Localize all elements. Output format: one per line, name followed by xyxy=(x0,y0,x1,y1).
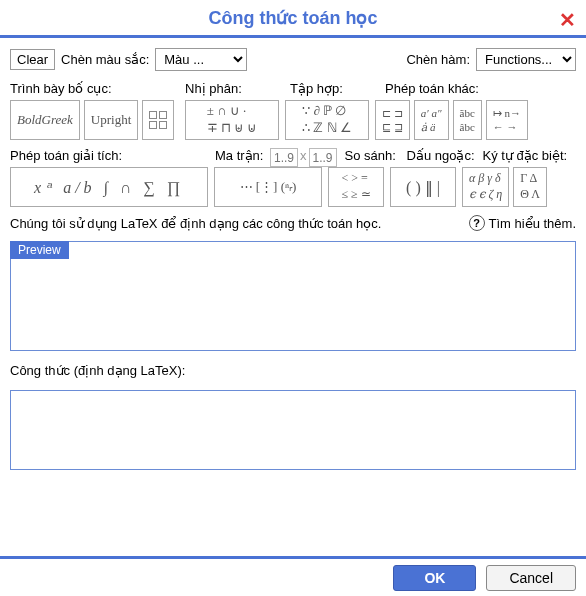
section-brackets-label: Dấu ngoặc: xyxy=(407,148,483,163)
palette-other-2[interactable]: a′ a″ ȧ ä xyxy=(414,100,449,140)
section-compare-label: So sánh: xyxy=(345,148,407,163)
section-special-label: Ký tự đặc biệt: xyxy=(483,148,568,163)
learn-more-link[interactable]: ? Tìm hiểu thêm. xyxy=(469,215,576,231)
dialog-header: Công thức toán học ✕ xyxy=(0,0,586,38)
section-matrix-label: Ma trận: xyxy=(215,148,270,163)
dialog-content: Clear Chèn màu sắc: Màu ... Chèn hàm: Fu… xyxy=(0,38,586,483)
formula-label: Công thức (định dạng LaTeX): xyxy=(10,363,576,378)
matrix-x-label: x xyxy=(298,148,309,167)
matrix-cols-input[interactable] xyxy=(309,148,337,167)
palette-calculus[interactable]: xᵃ a/b ∫ ∩ ∑ ∏ xyxy=(10,167,208,207)
grid-icon xyxy=(149,111,167,129)
palette-compare[interactable]: < > = ≤ ≥ ≃ xyxy=(328,167,384,207)
palette-matrix[interactable]: ⋯ [⋮] (ⁿᵣ) xyxy=(214,167,322,207)
palette-grid[interactable] xyxy=(142,100,174,140)
palette-other-1[interactable]: ⊏ ⊐ ⊑ ⊒ xyxy=(375,100,410,140)
dialog-title: Công thức toán học xyxy=(209,7,378,29)
insert-color-label: Chèn màu sắc: xyxy=(61,52,149,67)
palette-binary[interactable]: ± ∩ ∪ · ∓ ⊓ ⊎ ⊍ xyxy=(185,100,279,140)
section-otherops-label: Phép toán khác: xyxy=(385,81,479,96)
help-icon: ? xyxy=(469,215,485,231)
palette-greek-lower[interactable]: α β γ δ ϵ ϵ ζ η xyxy=(462,167,509,207)
palette-sets[interactable]: ∵ ∂ ℙ ∅ ∴ ℤ ℕ ∠ xyxy=(285,100,369,140)
formula-input[interactable] xyxy=(10,390,576,470)
section-sets-label: Tập hợp: xyxy=(290,81,385,96)
preview-box: Preview xyxy=(10,241,576,351)
palette-upright[interactable]: Upright xyxy=(84,100,138,140)
palette-other-3[interactable]: ãbc âbc xyxy=(453,100,482,140)
palette-greek-upper[interactable]: Γ Δ Θ Λ xyxy=(513,167,547,207)
latex-note-text: Chúng tôi sử dụng LaTeX để định dạng các… xyxy=(10,216,381,231)
insert-function-label: Chèn hàm: xyxy=(406,52,470,67)
matrix-rows-input[interactable] xyxy=(270,148,298,167)
dialog-footer: OK Cancel xyxy=(0,556,586,596)
palette-other-4[interactable]: ↦ n→ ← → xyxy=(486,100,528,140)
preview-label: Preview xyxy=(10,241,69,259)
section-binary-label: Nhị phân: xyxy=(185,81,290,96)
close-icon[interactable]: ✕ xyxy=(559,8,576,32)
palette-boldgreek[interactable]: BoldGreek xyxy=(10,100,80,140)
section-layout-label: Trình bày bố cục: xyxy=(10,81,185,96)
ok-button[interactable]: OK xyxy=(393,565,476,591)
learn-more-text: Tìm hiểu thêm. xyxy=(489,216,576,231)
clear-button[interactable]: Clear xyxy=(10,49,55,70)
color-select[interactable]: Màu ... xyxy=(155,48,247,71)
function-select[interactable]: Functions... xyxy=(476,48,576,71)
section-calculus-label: Phép toán giải tích: xyxy=(10,148,215,163)
palette-brackets[interactable]: ( ) ‖ | xyxy=(390,167,456,207)
cancel-button[interactable]: Cancel xyxy=(486,565,576,591)
